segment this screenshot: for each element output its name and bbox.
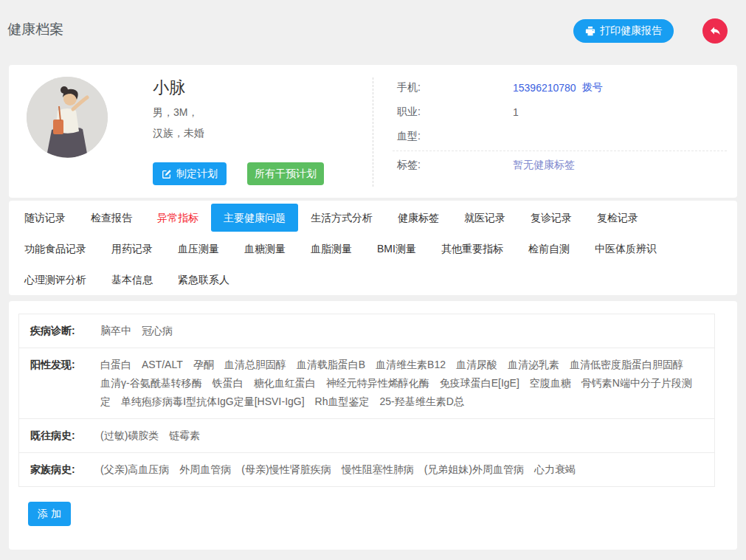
edit-icon — [162, 169, 172, 179]
tab-bmi[interactable]: BMI测量 — [365, 235, 429, 263]
tab-blood-glucose[interactable]: 血糖测量 — [232, 235, 298, 263]
blood-type-label: 血型: — [397, 130, 513, 143]
patient-ethnicity-marital: 汉族，未婚 — [153, 127, 204, 140]
blood-type-row: 血型: — [397, 124, 727, 148]
tab-blood-lipids[interactable]: 血脂测量 — [298, 235, 365, 263]
tabs-card: 随访记录 检查报告 异常指标 主要健康问题 生活方式分析 健康标签 就医记录 复… — [9, 201, 737, 295]
print-button-label: 打印健康报告 — [600, 24, 662, 38]
tab-psych-assessment[interactable]: 心理测评分析 — [12, 266, 99, 294]
tab-pre-exam-self-test[interactable]: 检前自测 — [516, 235, 582, 263]
tab-blood-pressure[interactable]: 血压测量 — [165, 235, 232, 263]
phone-number[interactable]: 15396210780 — [513, 82, 576, 94]
tab-row-1: 随访记录 检查报告 异常指标 主要健康问题 生活方式分析 健康标签 就医记录 复… — [12, 202, 737, 233]
tab-basic-info[interactable]: 基本信息 — [99, 266, 165, 294]
tab-exam-reports[interactable]: 检查报告 — [78, 204, 145, 232]
positive-findings-label: 阳性发现: — [30, 356, 100, 411]
add-button[interactable]: 添 加 — [28, 502, 71, 526]
tab-follow-up-records[interactable]: 随访记录 — [12, 204, 78, 232]
phone-row: 手机: 15396210780 拨号 — [397, 75, 727, 100]
table-row-past-history: 既往病史: (过敏)磺胺类 链霉素 — [19, 419, 714, 453]
tab-row-3: 心理测评分析 基本信息 紧急联系人 — [12, 264, 737, 295]
tab-tcm-constitution[interactable]: 中医体质辨识 — [582, 235, 669, 263]
tab-functional-food-records[interactable]: 功能食品记录 — [12, 235, 99, 263]
tab-other-key-indicators[interactable]: 其他重要指标 — [429, 235, 516, 263]
occupation-label: 职业: — [397, 106, 513, 119]
page-title: 健康档案 — [7, 20, 63, 39]
table-row-diagnosis: 疾病诊断: 脑卒中 冠心病 — [19, 314, 714, 348]
back-button[interactable] — [702, 18, 728, 44]
tags-value: 暂无健康标签 — [513, 159, 575, 172]
tab-row-2: 功能食品记录 用药记录 血压测量 血糖测量 血脂测量 BMI测量 其他重要指标 … — [12, 233, 737, 264]
phone-label: 手机: — [397, 81, 513, 94]
occupation-value: 1 — [513, 106, 519, 118]
family-history-values: (父亲)高血压病 外周血管病 (母亲)慢性肾脏疾病 慢性阻塞性肺病 (兄弟姐妹)… — [100, 460, 703, 479]
tab-health-tags[interactable]: 健康标签 — [385, 204, 452, 232]
vertical-dashed-divider — [373, 77, 373, 187]
make-plan-label: 制定计划 — [176, 167, 218, 181]
reply-arrow-icon — [709, 25, 721, 37]
positive-findings-values: 白蛋白 AST/ALT 孕酮 血清总胆固醇 血清载脂蛋白B 血清维生素B12 血… — [100, 356, 703, 411]
occupation-row: 职业: 1 — [397, 100, 727, 124]
tab-return-visit-records[interactable]: 复诊记录 — [518, 204, 584, 232]
tab-main-health-issues[interactable]: 主要健康问题 — [211, 204, 298, 232]
family-history-label: 家族病史: — [30, 460, 100, 479]
tab-emergency-contacts[interactable]: 紧急联系人 — [165, 266, 242, 294]
printer-icon — [585, 26, 595, 36]
diagnosis-values: 脑卒中 冠心病 — [100, 322, 703, 340]
health-summary-table: 疾病诊断: 脑卒中 冠心病 阳性发现: 白蛋白 AST/ALT 孕酮 血清总胆固… — [18, 314, 715, 487]
make-plan-button[interactable]: 制定计划 — [153, 162, 227, 185]
tags-row: 标签: 暂无健康标签 — [397, 153, 727, 177]
tab-lifestyle-analysis[interactable]: 生活方式分析 — [298, 204, 385, 232]
add-button-label: 添 加 — [38, 508, 61, 521]
avatar-illustration — [27, 77, 108, 158]
profile-card: 小脉 男，3M， 汉族，未婚 制定计划 所有干预计划 手机: 153962107… — [9, 65, 737, 198]
tab-abnormal-indicators[interactable]: 异常指标 — [145, 204, 211, 232]
avatar[interactable] — [27, 77, 108, 158]
all-intervention-plans-button[interactable]: 所有干预计划 — [247, 162, 324, 185]
main-health-issues-panel: 疾病诊断: 脑卒中 冠心病 阳性发现: 白蛋白 AST/ALT 孕酮 血清总胆固… — [9, 301, 737, 550]
diagnosis-label: 疾病诊断: — [30, 322, 100, 340]
patient-sex-age: 男，3M， — [153, 106, 198, 120]
dial-link[interactable]: 拨号 — [582, 81, 603, 94]
tags-label: 标签: — [397, 159, 513, 172]
table-row-positive-findings: 阳性发现: 白蛋白 AST/ALT 孕酮 血清总胆固醇 血清载脂蛋白B 血清维生… — [19, 348, 714, 419]
print-health-report-button[interactable]: 打印健康报告 — [573, 19, 674, 43]
past-history-label: 既往病史: — [30, 426, 100, 445]
all-plans-label: 所有干预计划 — [255, 167, 317, 181]
tab-medical-visit-records[interactable]: 就医记录 — [452, 204, 518, 232]
past-history-values: (过敏)磺胺类 链霉素 — [100, 426, 703, 445]
patient-name: 小脉 — [153, 77, 185, 99]
table-row-family-history: 家族病史: (父亲)高血压病 外周血管病 (母亲)慢性肾脏疾病 慢性阻塞性肺病 … — [19, 453, 714, 486]
horizontal-dashed-divider — [393, 151, 727, 151]
profile-info: 手机: 15396210780 拨号 职业: 1 血型: 标签: 暂无健康标签 — [397, 75, 727, 177]
tab-recheck-records[interactable]: 复检记录 — [584, 204, 651, 232]
tab-medication-records[interactable]: 用药记录 — [99, 235, 165, 263]
